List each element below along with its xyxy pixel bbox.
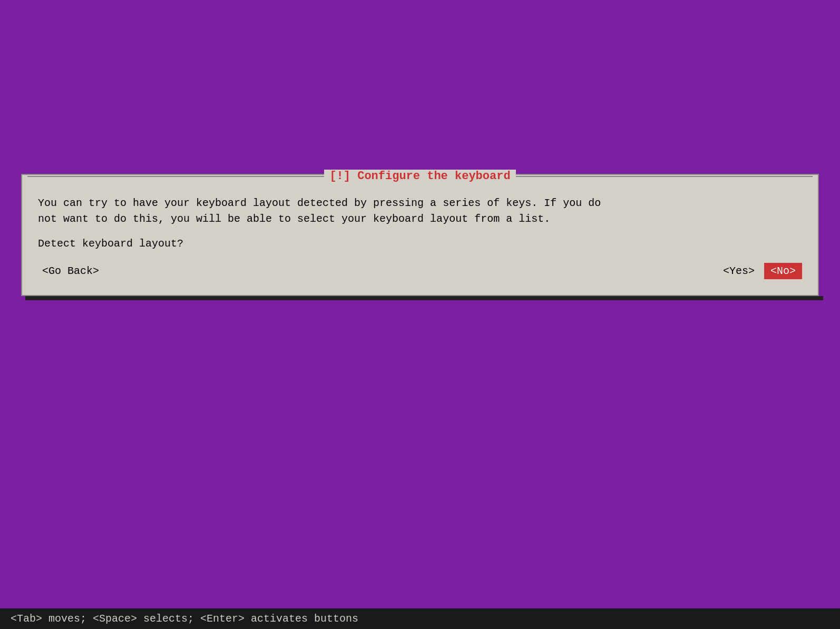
dialog-buttons: <Go Back> <Yes> <No> [38,263,802,279]
title-line-right [516,176,813,177]
dialog-content: You can try to have your keyboard layout… [22,185,818,295]
title-line-left [27,176,324,177]
go-back-button[interactable]: <Go Back> [38,263,103,279]
dialog-wrapper: [!] Configure the keyboard You can try t… [21,174,819,300]
no-button[interactable]: <No> [764,263,802,279]
dialog-title-bar: [!] Configure the keyboard [22,168,818,185]
dialog-question: Detect keyboard layout? [38,238,802,250]
yes-button[interactable]: <Yes> [719,263,759,279]
dialog-box: [!] Configure the keyboard You can try t… [21,174,819,296]
right-button-group: <Yes> <No> [719,263,802,279]
dialog-shadow [25,296,823,300]
dialog-message: You can try to have your keyboard layout… [38,195,802,227]
dialog-title: [!] Configure the keyboard [324,170,515,183]
status-bar-text: <Tab> moves; <Space> selects; <Enter> ac… [11,613,358,625]
status-bar: <Tab> moves; <Space> selects; <Enter> ac… [0,608,840,629]
